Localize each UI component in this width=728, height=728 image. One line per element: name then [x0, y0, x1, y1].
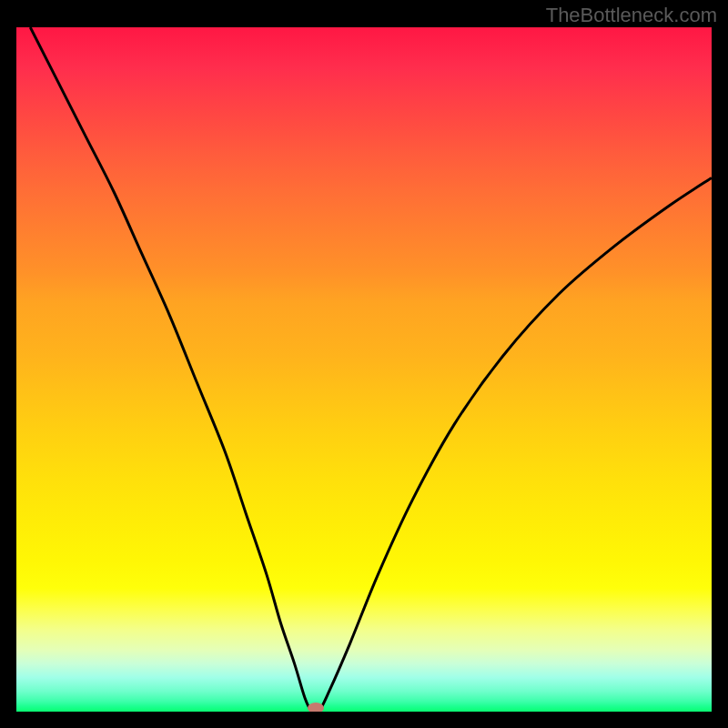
optimal-point-marker [308, 703, 324, 712]
plot-area [16, 27, 712, 712]
watermark-text: TheBottleneck.com [546, 4, 717, 27]
bottleneck-curve [16, 27, 712, 712]
